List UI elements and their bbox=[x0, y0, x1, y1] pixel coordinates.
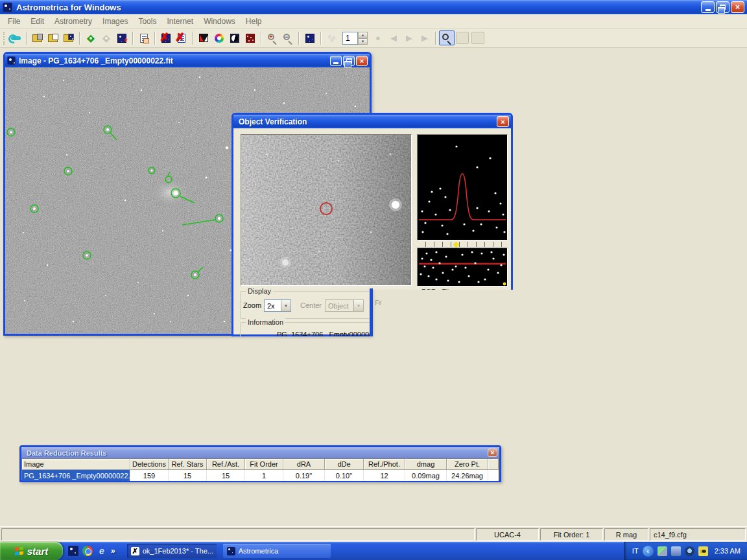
astrometrica-app-icon bbox=[3, 3, 12, 12]
settings-button[interactable] bbox=[8, 30, 23, 45]
chrome-icon[interactable] bbox=[82, 546, 93, 556]
restore-button[interactable] bbox=[343, 56, 355, 66]
invert-display-button[interactable] bbox=[227, 30, 243, 45]
col-zero-pt[interactable]: Zero Pt. bbox=[447, 459, 488, 470]
object-detect-button[interactable]: ◆ bbox=[83, 30, 99, 45]
center-select-value: Object bbox=[326, 302, 353, 310]
zoom-in-button[interactable]: + bbox=[265, 30, 280, 45]
step-forward-icon: ▶ bbox=[421, 34, 428, 42]
dialog-title-bar[interactable]: Object Verification × bbox=[233, 115, 511, 128]
chevron-right-icon[interactable]: » bbox=[111, 546, 115, 555]
report-button[interactable] bbox=[136, 30, 152, 45]
results-data-row[interactable]: PG_1634+706 _Empty00000022. 159 15 15 1 … bbox=[22, 470, 499, 481]
col-dde[interactable]: dDe bbox=[325, 459, 364, 470]
separator bbox=[192, 32, 193, 45]
zoom-out-button[interactable]: − bbox=[280, 30, 296, 45]
histogram-button[interactable] bbox=[196, 30, 211, 45]
col-ref-stars[interactable]: Ref. Stars bbox=[169, 459, 207, 470]
tray-collapse-button[interactable]: ‹ bbox=[643, 546, 654, 557]
zoom-out-icon: − bbox=[283, 33, 293, 43]
eye-utility-icon[interactable] bbox=[698, 546, 708, 556]
green-target-icon: ◆ bbox=[87, 33, 95, 43]
status-bar: UCAC-4 Fit Order: 1 R mag c14_f9.cfg bbox=[0, 526, 747, 542]
close-button[interactable]: × bbox=[497, 116, 509, 127]
object-zoom-view[interactable] bbox=[241, 134, 412, 286]
toolbar: ◆ ◆ + ✗ ✗ + − 1 ▲ ▼ ● ◀ ▶ ▶ bbox=[0, 29, 747, 48]
spin-down-icon[interactable]: ▼ bbox=[358, 38, 368, 45]
restore-button[interactable] bbox=[716, 1, 729, 13]
cell-filler bbox=[488, 470, 499, 481]
menu-help[interactable]: Help bbox=[241, 15, 267, 28]
information-group-label: Information bbox=[246, 318, 285, 326]
chevron-down-icon[interactable]: ▼ bbox=[281, 300, 290, 311]
menu-file[interactable]: File bbox=[3, 15, 25, 28]
language-indicator[interactable]: IT bbox=[632, 547, 639, 555]
astrometrica-task-icon bbox=[227, 547, 235, 555]
chevron-left-icon: ‹ bbox=[646, 547, 649, 555]
load-new-image-button[interactable] bbox=[45, 30, 61, 45]
spin-up-icon[interactable]: ▲ bbox=[358, 32, 368, 38]
psf-fit-label: PSF - Fit bbox=[421, 288, 449, 296]
blink-frame-spinner[interactable]: 1 ▲ ▼ bbox=[342, 32, 368, 45]
toolbar-grip[interactable] bbox=[3, 32, 6, 45]
webcam-icon[interactable] bbox=[685, 546, 694, 556]
results-title-bar[interactable]: Data Reduction Results × bbox=[21, 447, 499, 458]
blink-button bbox=[324, 30, 340, 45]
color-palette-button[interactable] bbox=[211, 30, 227, 45]
blink-frame-value[interactable]: 1 bbox=[342, 32, 358, 45]
col-dmag[interactable]: dmag bbox=[405, 459, 447, 470]
zoom-select[interactable]: 2x ▼ bbox=[264, 299, 291, 312]
center-select: Object ▼ bbox=[325, 299, 364, 312]
menu-tools[interactable]: Tools bbox=[133, 15, 161, 28]
center-label: Center bbox=[300, 301, 322, 309]
delete-image-button[interactable]: ✗ bbox=[174, 30, 189, 45]
taskbar-clock[interactable]: 2:33 AM bbox=[715, 547, 741, 555]
star-field-add-icon: + bbox=[117, 34, 126, 43]
delete-reference-stars-button[interactable]: ✗ bbox=[158, 30, 174, 45]
open-folder-white-icon bbox=[48, 34, 58, 42]
add-reference-stars-button[interactable]: + bbox=[114, 30, 130, 45]
results-header-row: Image Detections Ref. Stars Ref./Ast. Fi… bbox=[22, 459, 499, 470]
task-button-astrometrica[interactable]: Astrometrica bbox=[223, 544, 331, 558]
separator bbox=[154, 32, 156, 45]
col-dra[interactable]: dRA bbox=[283, 459, 325, 470]
read-header-button[interactable] bbox=[243, 30, 258, 45]
known-objects-button[interactable] bbox=[302, 30, 318, 45]
col-image[interactable]: Image bbox=[22, 459, 130, 470]
close-button[interactable]: × bbox=[488, 449, 497, 457]
menu-images[interactable]: Images bbox=[97, 15, 133, 28]
menu-edit[interactable]: Edit bbox=[25, 15, 49, 28]
col-detections[interactable]: Detections bbox=[130, 459, 169, 470]
menu-windows[interactable]: Windows bbox=[198, 15, 241, 28]
menu-internet[interactable]: Internet bbox=[161, 15, 198, 28]
magnifier-view-button[interactable] bbox=[439, 30, 455, 45]
col-ref-ast[interactable]: Ref./Ast. bbox=[207, 459, 245, 470]
psf-plot-image bbox=[418, 135, 507, 240]
col-fit-order[interactable]: Fit Order bbox=[245, 459, 283, 470]
astrometrica-shortcut-icon[interactable] bbox=[68, 546, 78, 556]
col-ref-phot[interactable]: Ref./Phot. bbox=[364, 459, 405, 470]
separator bbox=[261, 32, 262, 45]
open-folder-stars-icon bbox=[64, 34, 74, 42]
image-window-title-bar[interactable]: Image - PG_1634+706 _Empty00000022.fit × bbox=[5, 54, 370, 67]
app-title-bar[interactable]: Astrometrica for Windows × bbox=[0, 0, 747, 14]
windows-taskbar: start e » ✗ ok_1Feb2013* - The... Astrom… bbox=[0, 542, 747, 560]
minimize-button[interactable] bbox=[701, 1, 715, 13]
menu-bar: File Edit Astrometry Images Tools Intern… bbox=[0, 14, 747, 29]
connection-icon[interactable] bbox=[671, 546, 681, 556]
network-status-icon[interactable] bbox=[658, 546, 667, 556]
internet-explorer-icon[interactable]: e bbox=[97, 546, 107, 556]
close-button[interactable]: × bbox=[731, 1, 744, 13]
x-app-icon: ✗ bbox=[131, 547, 139, 555]
results-title: Data Reduction Results bbox=[27, 449, 106, 457]
task-button-editor[interactable]: ✗ ok_1Feb2013* - The... bbox=[127, 544, 217, 558]
record-button: ● bbox=[370, 30, 386, 45]
load-image-button[interactable] bbox=[30, 30, 45, 45]
residuals-plot-image bbox=[418, 248, 507, 286]
menu-astrometry[interactable]: Astrometry bbox=[49, 15, 97, 28]
load-star-catalog-button[interactable] bbox=[61, 30, 77, 45]
cell-image[interactable]: PG_1634+706 _Empty00000022. bbox=[22, 470, 130, 481]
close-button[interactable]: × bbox=[356, 56, 368, 66]
start-button[interactable]: start bbox=[0, 542, 63, 560]
minimize-button[interactable] bbox=[330, 56, 342, 66]
